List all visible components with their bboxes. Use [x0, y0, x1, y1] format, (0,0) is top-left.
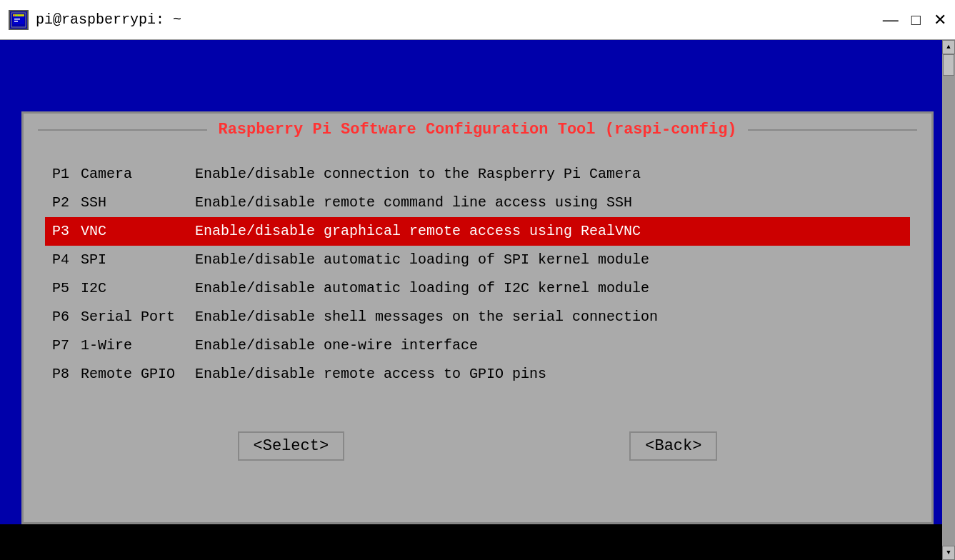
- menu-item-name: Remote GPIO: [81, 364, 195, 384]
- scrollbar-down-arrow[interactable]: ▼: [942, 546, 955, 560]
- dialog-buttons-row: <Select> <Back>: [24, 410, 931, 468]
- scrollbar-up-arrow[interactable]: ▲: [942, 40, 955, 54]
- menu-item-name: SPI: [81, 250, 195, 270]
- menu-item-id: P3: [52, 221, 81, 241]
- terminal-icon: [9, 10, 29, 30]
- menu-item-p2[interactable]: P2SSHEnable/disable remote command line …: [45, 189, 910, 217]
- svg-rect-1: [13, 16, 24, 24]
- title-bar: pi@raspberrypi: ~ — □ ✕: [0, 0, 955, 40]
- menu-item-id: P7: [52, 336, 81, 356]
- scrollbar-thumb[interactable]: [943, 54, 954, 76]
- title-bar-left: pi@raspberrypi: ~: [9, 10, 181, 30]
- menu-item-id: P8: [52, 364, 81, 384]
- svg-rect-6: [14, 21, 18, 22]
- terminal-outer: Raspberry Pi Software Configuration Tool…: [0, 40, 955, 560]
- menu-item-id: P4: [52, 250, 81, 270]
- menu-list: P1CameraEnable/disable connection to the…: [24, 153, 931, 396]
- blue-top-strip: [0, 40, 955, 111]
- minimize-button[interactable]: —: [883, 12, 899, 28]
- menu-item-description: Enable/disable graphical remote access u…: [195, 221, 641, 241]
- menu-item-p4[interactable]: P4SPIEnable/disable automatic loading of…: [45, 246, 910, 274]
- title-bar-controls: — □ ✕: [883, 12, 946, 28]
- title-line-right: [748, 129, 917, 131]
- close-button[interactable]: ✕: [934, 12, 946, 28]
- title-line-left: [38, 129, 207, 131]
- menu-item-description: Enable/disable connection to the Raspber…: [195, 164, 641, 184]
- menu-item-description: Enable/disable remote command line acces…: [195, 193, 632, 213]
- svg-point-3: [14, 14, 15, 16]
- menu-item-id: P5: [52, 279, 81, 299]
- menu-item-description: Enable/disable remote access to GPIO pin…: [195, 364, 546, 384]
- bottom-black-strip: [0, 524, 955, 560]
- menu-item-id: P1: [52, 164, 81, 184]
- menu-item-name: Serial Port: [81, 307, 195, 327]
- menu-item-description: Enable/disable automatic loading of I2C …: [195, 279, 649, 299]
- menu-item-p3[interactable]: P3VNCEnable/disable graphical remote acc…: [45, 217, 910, 246]
- menu-item-name: I2C: [81, 279, 195, 299]
- menu-item-p8[interactable]: P8Remote GPIOEnable/disable remote acces…: [45, 360, 910, 389]
- menu-item-id: P2: [52, 193, 81, 213]
- raspi-config-dialog: Raspberry Pi Software Configuration Tool…: [21, 111, 934, 524]
- menu-item-name: SSH: [81, 193, 195, 213]
- scrollbar-track: [942, 54, 955, 546]
- svg-rect-5: [14, 19, 20, 20]
- menu-item-name: 1-Wire: [81, 336, 195, 356]
- menu-item-p7[interactable]: P71-WireEnable/disable one-wire interfac…: [45, 331, 910, 360]
- select-button[interactable]: <Select>: [238, 431, 345, 461]
- svg-point-4: [16, 14, 18, 16]
- menu-item-name: Camera: [81, 164, 195, 184]
- menu-item-description: Enable/disable shell messages on the ser…: [195, 307, 658, 327]
- dialog-title: Raspberry Pi Software Configuration Tool…: [207, 121, 747, 139]
- menu-item-p5[interactable]: P5I2CEnable/disable automatic loading of…: [45, 274, 910, 303]
- menu-item-id: P6: [52, 307, 81, 327]
- dialog-title-bar: Raspberry Pi Software Configuration Tool…: [24, 114, 931, 146]
- menu-item-p1[interactable]: P1CameraEnable/disable connection to the…: [45, 160, 910, 189]
- window-title: pi@raspberrypi: ~: [36, 11, 181, 28]
- outer-scrollbar: ▲ ▼: [942, 40, 955, 560]
- menu-item-p6[interactable]: P6Serial PortEnable/disable shell messag…: [45, 303, 910, 331]
- menu-item-description: Enable/disable automatic loading of SPI …: [195, 250, 649, 270]
- maximize-button[interactable]: □: [911, 12, 921, 28]
- back-button[interactable]: <Back>: [629, 431, 717, 461]
- menu-item-name: VNC: [81, 221, 195, 241]
- menu-item-description: Enable/disable one-wire interface: [195, 336, 478, 356]
